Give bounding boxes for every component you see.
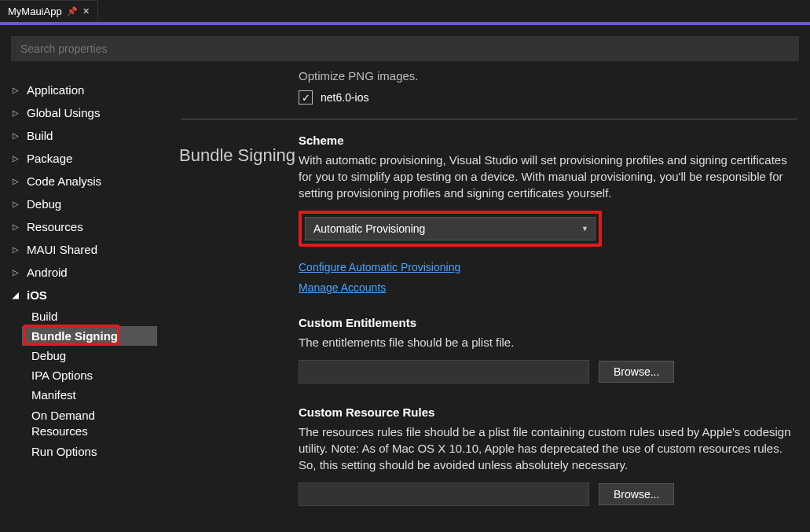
sidebar-item-package[interactable]: ▷Package: [0, 147, 157, 170]
scheme-dropdown-value: Automatic Provisioning: [313, 222, 425, 235]
sidebar-item-android[interactable]: ▷Android: [0, 261, 157, 284]
content-panel: Optimize PNG images. ✓ net6.0-ios Bundle…: [157, 72, 810, 532]
sidebar-item-build[interactable]: ▷Build: [0, 124, 157, 147]
sidebar-item-maui-shared[interactable]: ▷MAUI Shared: [0, 238, 157, 261]
chevron-right-icon: ▷: [13, 222, 20, 231]
scheme-title: Scheme: [299, 134, 797, 147]
sidebar-item-label: MAUI Shared: [27, 243, 97, 256]
tab-bar: MyMauiApp 📌 ✕: [0, 0, 810, 22]
chevron-down-icon: ▼: [581, 225, 588, 233]
section-title: Bundle Signing: [179, 145, 295, 167]
sidebar-sub-bundle-signing[interactable]: Bundle Signing: [0, 326, 157, 346]
entitlements-title: Custom Entitlements: [299, 316, 797, 329]
sidebar-item-label: Debug: [27, 197, 61, 211]
sidebar-item-label: Package: [27, 152, 72, 165]
sidebar-sub-build[interactable]: Build: [0, 306, 157, 326]
highlight-box: Automatic Provisioning ▼: [299, 211, 602, 247]
chevron-right-icon: ▷: [13, 108, 20, 117]
target-framework-label: net6.0-ios: [321, 91, 368, 104]
chevron-right-icon: ▷: [13, 200, 20, 208]
sidebar-sub-manifest[interactable]: Manifest: [0, 385, 157, 405]
sidebar: ▷Application ▷Global Usings ▷Build ▷Pack…: [0, 72, 157, 532]
resource-rules-path-input[interactable]: [299, 482, 589, 506]
sidebar-item-code-analysis[interactable]: ▷Code Analysis: [0, 170, 157, 193]
target-framework-row: ✓ net6.0-ios: [299, 90, 797, 105]
search-input[interactable]: [11, 36, 799, 61]
sidebar-item-label: Android: [27, 266, 68, 279]
chevron-right-icon: ▷: [13, 177, 20, 185]
sidebar-item-application[interactable]: ▷Application: [0, 79, 157, 101]
scheme-dropdown[interactable]: Automatic Provisioning ▼: [305, 217, 596, 240]
pin-icon[interactable]: 📌: [67, 6, 78, 17]
configure-provisioning-link[interactable]: Configure Automatic Provisioning: [299, 261, 460, 273]
sidebar-sub-ipa-options[interactable]: IPA Options: [0, 365, 157, 385]
chevron-right-icon: ▷: [13, 131, 20, 140]
sidebar-item-debug[interactable]: ▷Debug: [0, 193, 157, 215]
chevron-right-icon: ▷: [13, 268, 20, 277]
close-icon[interactable]: ✕: [82, 6, 90, 17]
sidebar-sub-run-options[interactable]: Run Options: [0, 442, 157, 461]
resource-rules-description: The resources rules file should be a pli…: [299, 424, 797, 473]
scheme-description: With automatic provisioning, Visual Stud…: [299, 152, 797, 201]
document-tab[interactable]: MyMauiApp 📌 ✕: [0, 0, 98, 22]
entitlements-browse-button[interactable]: Browse...: [599, 361, 674, 383]
target-framework-checkbox[interactable]: ✓: [299, 90, 313, 105]
manage-accounts-link[interactable]: Manage Accounts: [299, 281, 386, 294]
sidebar-sub-debug[interactable]: Debug: [0, 346, 157, 365]
section-divider: [181, 119, 797, 119]
sidebar-item-resources[interactable]: ▷Resources: [0, 215, 157, 238]
truncated-previous-section: Optimize PNG images.: [299, 69, 797, 83]
sidebar-sub-on-demand-resources[interactable]: On Demand Resources: [0, 405, 157, 442]
chevron-down-icon: ◢: [13, 291, 20, 299]
search-row: [0, 25, 810, 72]
entitlements-path-input[interactable]: [299, 360, 589, 383]
sidebar-item-label: Resources: [27, 220, 83, 233]
sidebar-sub-bundle-signing-wrap: Bundle Signing: [0, 326, 157, 346]
sidebar-item-label: iOS: [27, 288, 47, 302]
tab-title: MyMauiApp: [8, 6, 62, 17]
sidebar-item-label: Application: [27, 83, 84, 97]
sidebar-item-label: Build: [27, 129, 53, 142]
chevron-right-icon: ▷: [13, 154, 20, 163]
sidebar-item-ios[interactable]: ◢iOS: [0, 284, 157, 306]
chevron-right-icon: ▷: [13, 245, 20, 254]
resource-rules-browse-button[interactable]: Browse...: [599, 483, 674, 505]
sidebar-item-label: Code Analysis: [27, 174, 101, 188]
resource-rules-title: Custom Resource Rules: [299, 405, 797, 419]
entitlements-description: The entitlements file should be a plist …: [299, 334, 797, 350]
chevron-right-icon: ▷: [13, 86, 20, 94]
sidebar-item-global-usings[interactable]: ▷Global Usings: [0, 101, 157, 124]
sidebar-item-label: Global Usings: [27, 106, 100, 119]
